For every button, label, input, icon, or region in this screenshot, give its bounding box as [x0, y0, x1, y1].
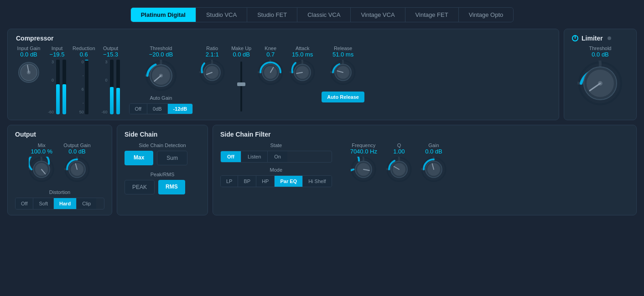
limiter-threshold-label: Threshold: [589, 46, 612, 51]
knee-control: Knee 0.7: [258, 46, 283, 87]
rms-btn[interactable]: RMS: [158, 180, 185, 194]
tab-vintage-opto[interactable]: Vintage Opto: [458, 8, 514, 22]
input-meter-control: Input −19.5 3 0 -60: [48, 46, 66, 114]
frequency-value: 7040.0 Hz: [350, 148, 377, 155]
attack-control: Attack 15.0 ms: [290, 46, 315, 87]
ratio-value: 2.1:1: [206, 51, 219, 58]
input-meter-value: −19.5: [50, 51, 65, 58]
sidechain-panel: Side Chain Side Chain Detection Max Sum …: [117, 125, 208, 215]
makeup-control: Make Up 0.0 dB: [231, 46, 251, 112]
limiter-dot: [608, 36, 611, 40]
reduction-meter-bar: [85, 60, 88, 114]
release-control: Release 51.0 ms Auto Release: [322, 46, 364, 102]
tab-studio-fet[interactable]: Studio FET: [247, 8, 297, 22]
threshold-knob[interactable]: [145, 60, 177, 93]
frequency-control: Frequency 7040.0 Hz: [350, 143, 377, 184]
distortion-label: Distortion: [15, 189, 104, 195]
threshold-value: −20.0 dB: [149, 51, 173, 58]
output-gain-value: 0.0 dB: [68, 148, 86, 155]
output-meter-bar-r: [116, 60, 120, 114]
tab-studio-vca[interactable]: Studio VCA: [196, 8, 247, 22]
mix-value: 100.0 %: [31, 148, 52, 155]
compressor-title: Compressor: [16, 35, 551, 42]
limiter-threshold-knob[interactable]: [577, 61, 623, 108]
makeup-label: Make Up: [231, 46, 251, 51]
output-panel: Output Mix 100.0 %: [7, 125, 112, 215]
scf-gain-control: Gain 0.0 dB: [421, 143, 447, 184]
release-knob[interactable]: [330, 60, 356, 87]
threshold-label: Threshold: [150, 46, 172, 51]
state-label: State: [220, 143, 332, 148]
input-gain-knob[interactable]: [16, 60, 42, 87]
makeup-value: 0.0 dB: [233, 51, 250, 58]
threshold-control: Threshold −20.0 dB: [129, 46, 193, 114]
output-gain-knob[interactable]: [64, 157, 90, 184]
limiter-power-button[interactable]: [571, 35, 579, 42]
state-off-btn[interactable]: Off: [221, 151, 241, 162]
q-control: Q 1.00: [386, 143, 412, 184]
frequency-label: Frequency: [352, 143, 375, 148]
sidechain-title: Side Chain: [125, 131, 200, 138]
scf-gain-value: 0.0 dB: [425, 148, 442, 155]
mix-control: Mix 100.0 %: [29, 143, 54, 184]
distortion-clip-btn[interactable]: Clip: [77, 198, 96, 209]
knee-knob[interactable]: [258, 60, 283, 87]
tab-platinum-digital[interactable]: Platinum Digital: [131, 8, 196, 22]
mode-lp-btn[interactable]: LP: [221, 176, 238, 187]
limiter-title: Limiter: [582, 35, 603, 42]
attack-knob[interactable]: [290, 60, 315, 87]
q-knob[interactable]: [386, 157, 412, 184]
auto-gain-off-btn[interactable]: Off: [130, 104, 147, 114]
knee-label: Knee: [265, 46, 276, 51]
input-meter-bar-l: [56, 60, 60, 114]
output-title: Output: [15, 131, 104, 138]
mix-label: Mix: [38, 143, 46, 148]
detection-sum-btn[interactable]: Sum: [157, 151, 187, 165]
peak-rms-label: Peak/RMS: [125, 172, 200, 177]
limiter-threshold-value: 0.0 dB: [592, 51, 609, 58]
output-meter-bar-l: [110, 60, 114, 114]
output-gain-control: Output Gain 0.0 dB: [63, 143, 90, 184]
auto-gain-12db-btn[interactable]: -12dB: [168, 104, 193, 114]
ratio-knob[interactable]: [199, 60, 225, 87]
distortion-hard-btn[interactable]: Hard: [54, 198, 77, 209]
mode-pareq-btn[interactable]: Par EQ: [275, 176, 303, 187]
mix-knob[interactable]: [29, 157, 54, 184]
limiter-panel: Limiter Threshold 0.0 dB: [564, 29, 637, 120]
detection-max-btn[interactable]: Max: [125, 151, 153, 165]
distortion-soft-btn[interactable]: Soft: [33, 198, 54, 209]
mode-bp-btn[interactable]: BP: [238, 176, 256, 187]
tab-classic-vca[interactable]: Classic VCA: [297, 8, 350, 22]
output-label: Output: [103, 46, 118, 51]
peak-btn[interactable]: PEAK: [125, 180, 155, 194]
attack-label: Attack: [296, 46, 310, 51]
input-gain-label: Input Gain: [17, 46, 41, 51]
mode-hishelf-btn[interactable]: Hi Shelf: [303, 176, 332, 187]
state-listen-btn[interactable]: Listen: [241, 151, 268, 162]
mode-label: Mode: [220, 167, 332, 173]
state-on-btn[interactable]: On: [268, 151, 287, 162]
input-gain-control: Input Gain 0.0 dB: [16, 46, 42, 87]
auto-gain-0db-btn[interactable]: 0dB: [147, 104, 168, 114]
sidechain-detection-label: Side Chain Detection: [125, 143, 200, 148]
scf-gain-knob[interactable]: [421, 157, 447, 184]
tab-bar: Platinum Digital Studio VCA Studio FET C…: [7, 7, 637, 22]
mode-hp-btn[interactable]: HP: [256, 176, 275, 187]
reduction-meter-control: Reduction 0.6 0 - 6 - 50: [73, 46, 95, 114]
input-gain-value: 0.0 dB: [20, 51, 37, 58]
tab-vintage-vca[interactable]: Vintage VCA: [350, 8, 405, 22]
tab-vintage-fet[interactable]: Vintage FET: [405, 8, 458, 22]
output-value: −15.3: [103, 51, 118, 58]
q-value: 1.00: [393, 148, 405, 155]
frequency-knob[interactable]: [351, 157, 376, 184]
reduction-value: 0.6: [80, 51, 88, 58]
ratio-label: Ratio: [206, 46, 218, 51]
scf-gain-label: Gain: [428, 143, 439, 148]
ratio-control: Ratio 2.1:1: [199, 46, 225, 87]
knee-value: 0.7: [266, 51, 275, 58]
makeup-slider-thumb[interactable]: [237, 82, 245, 86]
auto-gain-label: Auto Gain: [129, 95, 193, 101]
output-meter-control: Output −15.3 3 0 -60: [102, 46, 120, 114]
distortion-off-btn[interactable]: Off: [16, 198, 33, 209]
auto-release-button[interactable]: Auto Release: [322, 92, 364, 102]
